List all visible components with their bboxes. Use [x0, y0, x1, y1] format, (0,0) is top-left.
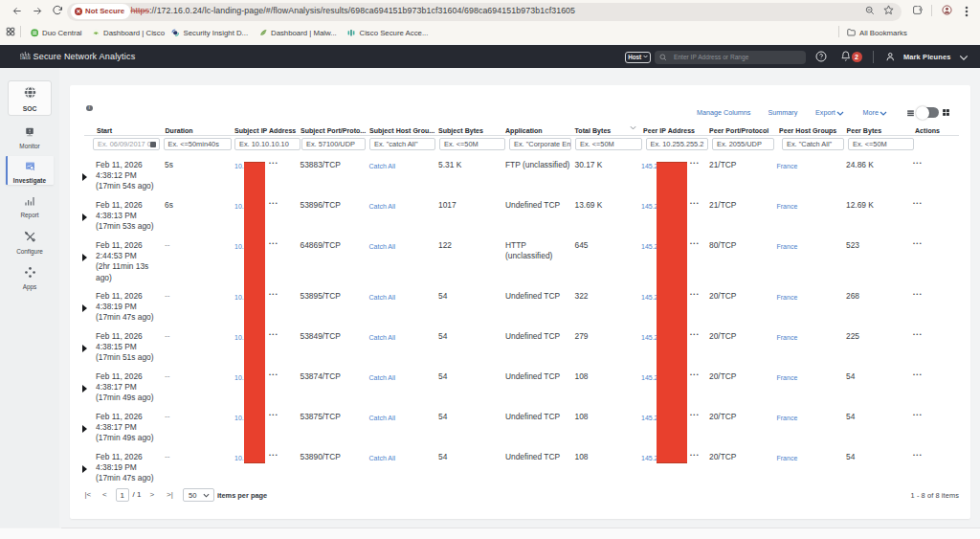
svg-text:CISCO: CISCO: [20, 56, 31, 60]
